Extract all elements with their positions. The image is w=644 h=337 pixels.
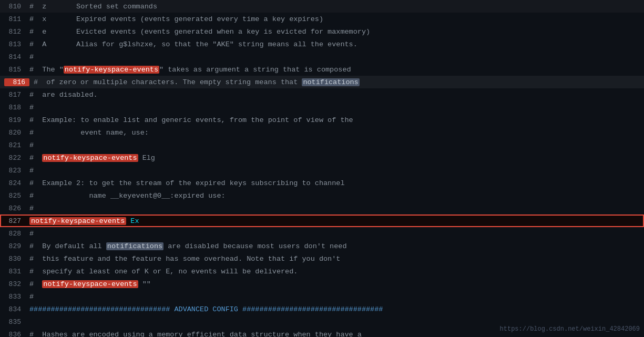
line-content-812: # e Evicted events (events generated whe… [29, 28, 370, 36]
line-number-830: 830 [4, 255, 29, 263]
line-content-829: # By default all notifications are disab… [29, 242, 347, 250]
code-line-817: 817 # are disabled. [0, 88, 644, 101]
line-number-834: 834 [4, 305, 29, 313]
line-content-823: # [29, 167, 34, 175]
line-number-825: 825 [4, 192, 29, 200]
line-content-818: # [29, 104, 34, 111]
line-number-817: 817 [4, 91, 29, 99]
line-content-832: # notify-keyspace-events "" [29, 280, 151, 288]
code-line-831: 831 # specify at least one of K or E, no… [0, 265, 644, 278]
line-number-826: 826 [4, 205, 29, 212]
code-line-824: 824 # Example 2: to get the stream of th… [0, 177, 644, 189]
line-content-831: # specify at least one of K or E, no eve… [29, 268, 298, 275]
line-number-814: 814 [4, 53, 29, 61]
code-line-832: 832 # notify-keyspace-events "" [0, 278, 644, 290]
code-line-819: 819 # Example: to enable list and generi… [0, 114, 644, 126]
line-content-816: # of zero or multiple characters. The em… [34, 78, 360, 86]
line-number-835: 835 [4, 318, 29, 326]
code-line-816: 816 # of zero or multiple characters. Th… [0, 76, 644, 88]
line-content-820: # event name, use: [29, 129, 149, 137]
line-number-823: 823 [4, 167, 29, 175]
line-number-827: 827 [4, 217, 29, 225]
line-content-830: # this feature and the feature has some … [29, 255, 340, 263]
line-number-812: 812 [4, 28, 29, 36]
line-content-817: # are disabled. [29, 91, 98, 99]
highlight-notify-keyspace-events-815: notify-keyspace-events [64, 66, 159, 74]
code-line-810: 810 # z Sorted set commands [0, 0, 644, 13]
code-line-830: 830 # this feature and the feature has s… [0, 252, 644, 265]
code-line-826: 826 # [0, 202, 644, 215]
highlight-notify-keyspace-events-832: notify-keyspace-events [42, 280, 138, 288]
code-line-823: 823 # [0, 164, 644, 177]
code-line-829: 829 # By default all notifications are d… [0, 240, 644, 252]
line-content-836: # Hashes are encoded using a memory effi… [29, 331, 362, 338]
highlight-notify-keyspace-events-822: notify-keyspace-events [42, 154, 138, 162]
line-content-813: # A Alias for g$lshzxe, so that the "AKE… [29, 40, 357, 48]
line-number-816: 816 [4, 78, 29, 86]
code-editor: 810 # z Sorted set commands 811 # x Expi… [0, 0, 644, 337]
code-line-822: 822 # notify-keyspace-events Elg [0, 151, 644, 164]
code-line-827: 827 notify-keyspace-events Ex [0, 215, 644, 227]
line-content-824: # Example 2: to get the stream of the ex… [29, 179, 345, 187]
line-content-827: notify-keyspace-events Ex [29, 217, 139, 225]
line-number-824: 824 [4, 179, 29, 187]
code-line-818: 818 # [0, 101, 644, 114]
line-content-811: # x Expired events (events generated eve… [29, 15, 323, 23]
code-line-812: 812 # e Evicted events (events generated… [0, 25, 644, 38]
code-line-833: 833 # [0, 290, 644, 303]
line-number-810: 810 [4, 3, 29, 11]
code-line-813: 813 # A Alias for g$lshzxe, so that the … [0, 38, 644, 50]
line-number-818: 818 [4, 104, 29, 111]
line-content-822: # notify-keyspace-events Elg [29, 154, 155, 162]
line-number-822: 822 [4, 154, 29, 162]
line-content-821: # [29, 141, 34, 149]
line-number-813: 813 [4, 40, 29, 48]
line-content-833: # [29, 293, 34, 301]
line-content-815: # The "notify-keyspace-events" takes as … [29, 66, 351, 74]
line-content-814: # [29, 53, 34, 61]
code-line-834: 834 ################################# AD… [0, 303, 644, 315]
code-line-814: 814 # [0, 50, 644, 63]
highlight-notifications-816: notifications [302, 78, 359, 86]
code-line-821: 821 # [0, 139, 644, 151]
highlight-notifications-829: notifications [106, 242, 163, 250]
line-number-821: 821 [4, 141, 29, 149]
line-number-829: 829 [4, 242, 29, 250]
line-content-828: # [29, 230, 34, 238]
line-content-826: # [29, 205, 34, 212]
highlight-notify-keyspace-events-827: notify-keyspace-events [29, 217, 126, 225]
code-line-825: 825 # name __keyevent@0__:expired use: [0, 189, 644, 202]
code-line-820: 820 # event name, use: [0, 126, 644, 139]
line-content-810: # z Sorted set commands [29, 3, 157, 11]
code-line-811: 811 # x Expired events (events generated… [0, 13, 644, 25]
code-line-815: 815 # The "notify-keyspace-events" takes… [0, 63, 644, 76]
line-content-825: # name __keyevent@0__:expired use: [29, 192, 226, 200]
line-content-819: # Example: to enable list and generic ev… [29, 116, 353, 124]
line-number-815: 815 [4, 66, 29, 74]
line-number-831: 831 [4, 268, 29, 275]
line-number-832: 832 [4, 280, 29, 288]
line-number-819: 819 [4, 116, 29, 124]
line-content-834: ################################# ADVANC… [29, 305, 383, 313]
line-number-833: 833 [4, 293, 29, 301]
code-line-828: 828 # [0, 227, 644, 240]
watermark: https://blog.csdn.net/weixin_42842069 [500, 325, 640, 333]
line-number-836: 836 [4, 331, 29, 338]
line-number-820: 820 [4, 129, 29, 137]
line-number-828: 828 [4, 230, 29, 238]
line-number-811: 811 [4, 15, 29, 23]
